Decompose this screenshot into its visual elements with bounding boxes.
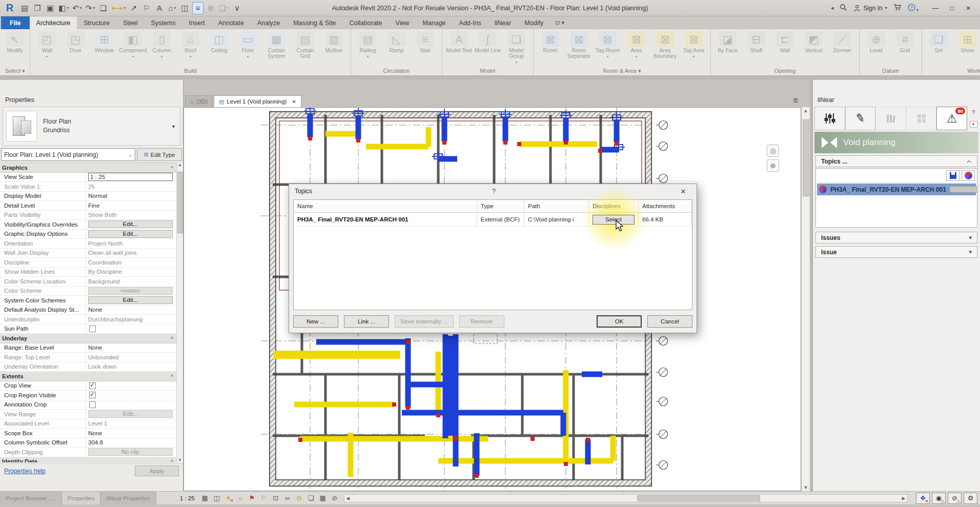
property-edit-button[interactable]: Edit...: [88, 230, 173, 238]
property-value[interactable]: Coordination: [86, 259, 176, 266]
model-group-button[interactable]: ❏Model Group▼: [502, 31, 530, 65]
redo-icon-arrow[interactable]: ▾: [93, 6, 95, 10]
crop-view-icon[interactable]: ⚐: [260, 494, 268, 502]
property-value[interactable]: [86, 382, 176, 389]
show-rendering-icon[interactable]: ⚑: [248, 494, 256, 502]
property-value[interactable]: Look down: [86, 363, 176, 370]
linear-help-icon[interactable]: ?: [972, 109, 975, 115]
undo-icon-arrow[interactable]: ▾: [80, 6, 82, 10]
save-icon[interactable]: ▣: [45, 2, 56, 14]
shadows-icon[interactable]: ☼: [236, 494, 244, 502]
ok-button[interactable]: OK: [597, 315, 642, 328]
bottom-tab-linear-properties[interactable]: liNear Properties: [100, 492, 156, 504]
text-icon[interactable]: A: [154, 2, 165, 14]
save-topic-icon[interactable]: [946, 170, 959, 181]
property-value[interactable]: [86, 392, 176, 398]
tab-architecture[interactable]: Architecture: [30, 16, 77, 29]
default-3d-view-icon-arrow[interactable]: ▾: [174, 6, 176, 10]
type-dropdown-icon[interactable]: ▾: [172, 124, 175, 129]
modify-button[interactable]: ↖Modify: [3, 31, 27, 53]
property-value[interactable]: None: [86, 307, 176, 313]
column-header-name[interactable]: Name: [294, 200, 477, 212]
section-identity-data[interactable]: Identity Data^: [0, 457, 176, 463]
property-value[interactable]: None: [86, 344, 176, 351]
temporary-view-props-icon[interactable]: ❏: [307, 494, 315, 502]
default-3d-view-icon[interactable]: ⌂▾: [167, 2, 178, 14]
property-value[interactable]: [86, 326, 176, 332]
property-value[interactable]: [86, 401, 176, 408]
column-header-type[interactable]: Type: [477, 200, 524, 212]
mullion-button[interactable]: ▥Mullion: [320, 31, 348, 53]
close-view-icon[interactable]: ✕: [292, 99, 296, 105]
level-button[interactable]: ⊕Level: [862, 31, 890, 53]
sign-in-button[interactable]: Sign In ▾: [853, 5, 887, 12]
horizontal-scrollbar[interactable]: ◀ ▶: [344, 494, 908, 502]
property-value[interactable]: Durchbruchsplanung: [86, 316, 176, 322]
revit-logo[interactable]: R: [4, 2, 15, 14]
show-button[interactable]: ⊞Show: [953, 31, 980, 53]
vertical-scrollbar[interactable]: ▲▼: [801, 107, 810, 491]
tab-modify[interactable]: Modify: [518, 16, 550, 29]
show-crop-icon[interactable]: ⊡: [272, 494, 280, 502]
vertical-button[interactable]: ◩Vertical: [800, 31, 828, 53]
undo-icon[interactable]: ↶▾: [71, 2, 83, 14]
select-disciplines-button[interactable]: Select: [593, 215, 635, 225]
curtain-system-button[interactable]: ▦Curtain System: [262, 31, 291, 59]
component-button[interactable]: ◧Component▼: [119, 31, 147, 59]
scroll-left-icon[interactable]: ◀: [344, 496, 352, 501]
properties-help-link[interactable]: Properties help: [4, 468, 46, 475]
tag-area-button[interactable]: ⊠Tag Area▼: [680, 31, 708, 59]
dialog-close-icon[interactable]: ✕: [676, 188, 691, 195]
library-icon[interactable]: [875, 107, 906, 130]
thin-lines-icon[interactable]: ≡: [192, 2, 203, 14]
switch-windows-icon[interactable]: ❏▾: [218, 2, 230, 14]
tab-insert[interactable]: Insert: [182, 16, 211, 29]
tab-structure[interactable]: Structure: [77, 16, 116, 29]
wall-button[interactable]: ⊏Wall: [771, 31, 799, 53]
scrollbar-thumb[interactable]: [637, 495, 760, 501]
bcf-icon[interactable]: [962, 170, 975, 181]
tab-linear[interactable]: liNear: [488, 16, 518, 29]
tab-systems[interactable]: Systems: [144, 16, 182, 29]
by-face-button[interactable]: ◪By Face: [713, 31, 742, 53]
property-value[interactable]: No clip: [86, 448, 176, 456]
railing-button[interactable]: ▤Railing▼: [354, 31, 382, 59]
area-button[interactable]: ⊠Area▼: [622, 31, 650, 59]
edit-pencil-icon[interactable]: ✎: [845, 107, 876, 130]
tab-massing-site[interactable]: Massing & Site: [287, 16, 342, 29]
property-value[interactable]: None: [86, 430, 176, 436]
property-value[interactable]: Edit...: [86, 230, 176, 238]
properties-window-icon[interactable]: ▤: [19, 2, 30, 14]
tab-collaborate[interactable]: Collaborate: [343, 16, 389, 29]
open-icon[interactable]: ❒: [32, 2, 43, 14]
property-edit-button[interactable]: Edit...: [88, 220, 173, 228]
tab-add-ins[interactable]: Add-Ins: [453, 16, 488, 29]
stair-button[interactable]: ≡Stair: [411, 31, 439, 53]
column-header-path[interactable]: Path: [524, 200, 589, 212]
room-separator-button[interactable]: ⊠Room Separator: [565, 31, 593, 59]
view-tab-list-icon[interactable]: ≣: [793, 96, 799, 104]
cancel-button[interactable]: Cancel: [647, 315, 692, 328]
wall-button[interactable]: ◰Wall▼: [33, 31, 61, 59]
issues-section-header[interactable]: Issues▾: [815, 232, 977, 244]
model-line-button[interactable]: ∫Model Line: [474, 31, 502, 53]
view-scale-label[interactable]: 1 : 25: [180, 495, 195, 501]
bottom-tab-project-browser-[interactable]: Project Browser -...: [0, 492, 62, 504]
property-value[interactable]: Clean all wall joins: [86, 250, 176, 256]
modify-panel-dropdown[interactable]: ⊡▾: [550, 16, 569, 29]
property-value[interactable]: Edit...: [86, 296, 176, 304]
topics-section-header[interactable]: Topics ...ᨈ: [815, 155, 977, 167]
switch-windows-icon-arrow[interactable]: ▾: [227, 6, 229, 10]
tag-icon[interactable]: ⚐: [141, 2, 152, 14]
tab-file[interactable]: File: [1, 16, 30, 29]
close-inactive-views-icon[interactable]: ⊗: [205, 2, 216, 14]
property-edit-button[interactable]: Edit...: [88, 296, 173, 304]
property-checkbox[interactable]: [89, 392, 96, 398]
zoom-icon[interactable]: ⊕: [767, 159, 779, 172]
apply-button[interactable]: Apply: [135, 465, 179, 476]
customize-qat-icon[interactable]: ∨: [231, 2, 242, 14]
section-graphics[interactable]: Graphics^: [0, 163, 176, 173]
section-icon[interactable]: ◫: [179, 2, 191, 14]
section-underlay[interactable]: Underlay^: [0, 334, 176, 343]
maximize-button[interactable]: □: [944, 3, 959, 14]
